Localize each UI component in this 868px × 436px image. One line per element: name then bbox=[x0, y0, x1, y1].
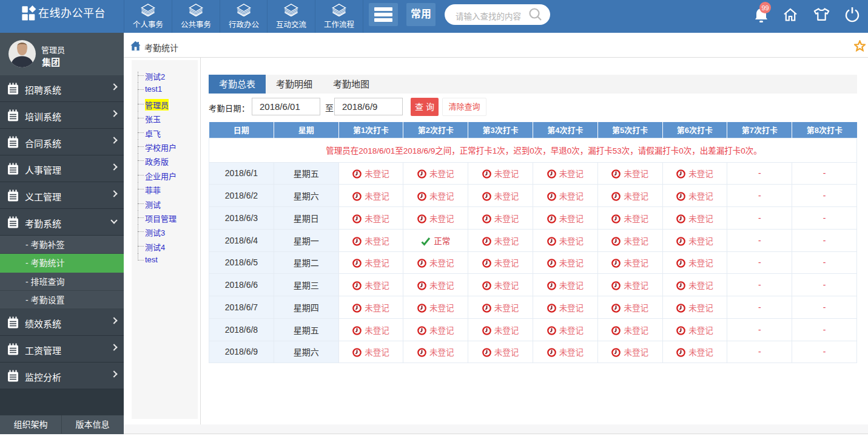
svg-text:99: 99 bbox=[761, 4, 769, 12]
